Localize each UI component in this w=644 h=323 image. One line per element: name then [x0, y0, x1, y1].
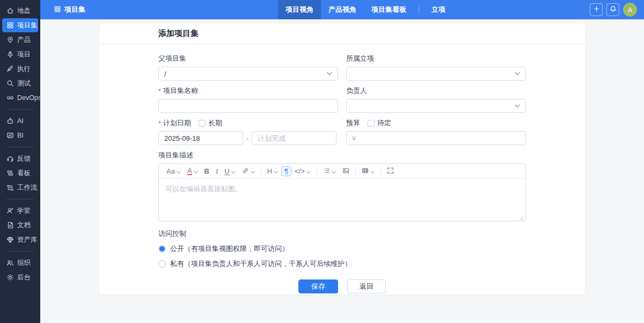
rich-text-editor: Aa A B I U H ¶ </>: [158, 163, 526, 221]
tbd-checkbox[interactable]: [368, 120, 375, 127]
card-body: 父项目集 / 所属立项: [99, 44, 585, 293]
linked-project-select[interactable]: [346, 67, 526, 81]
sidebar-item-label: 地盘: [17, 6, 31, 16]
sidebar-item-label: 产品: [17, 35, 31, 45]
access-private-option[interactable]: 私有（项目集负责人和干系人可访问，干系人可后续维护）: [158, 259, 526, 269]
owner-label: 负责人: [346, 87, 526, 95]
chevron-down-icon: [327, 72, 332, 75]
topbar-actions: A: [590, 0, 637, 19]
avatar[interactable]: A: [623, 3, 637, 17]
access-open-label: 公开（有项目集视图权限，即可访问）: [170, 244, 289, 254]
sidebar-item-bi[interactable]: BI: [2, 128, 38, 142]
table-button[interactable]: [358, 166, 378, 177]
font-size-button[interactable]: Aa: [163, 166, 184, 176]
sidebar-item-label: 项目: [17, 50, 31, 59]
link-icon: [242, 167, 249, 175]
underline-button[interactable]: U: [221, 166, 238, 177]
headset-icon: [6, 155, 14, 163]
sidebar-item-admin[interactable]: 后台: [2, 270, 38, 284]
budget-input[interactable]: [346, 131, 526, 145]
topbar: 项目集 项目视角 产品视角 项目集看板 立项 A: [40, 0, 644, 19]
workflow-icon: [6, 184, 14, 192]
tab-product-view[interactable]: 产品视角: [321, 0, 364, 19]
form-actions: 保存 返回: [158, 279, 526, 293]
people-icon: [6, 259, 14, 267]
topbar-app-switcher[interactable]: 项目集: [54, 5, 85, 15]
sidebar-item-program[interactable]: 项目集: [2, 18, 38, 32]
add-program-card: 添加项目集 父项目集 / 所属立项: [99, 24, 585, 295]
tab-initiation[interactable]: 立项: [424, 0, 453, 19]
sidebar-item-label: 测试: [17, 79, 31, 88]
sidebar-item-execution[interactable]: 执行: [2, 62, 38, 76]
text-color-button[interactable]: A: [184, 166, 201, 177]
sidebar-item-school[interactable]: 学堂: [2, 204, 38, 218]
editor-toolbar: Aa A B I U H ¶ </>: [159, 164, 525, 179]
bold-button[interactable]: B: [201, 166, 213, 176]
sidebar-item-asset[interactable]: 资产库: [2, 233, 38, 247]
sidebar-divider: [6, 199, 34, 199]
sidebar-item-label: 组织: [17, 259, 31, 268]
field-description: 项目集描述 Aa A B I U H ¶ </>: [158, 151, 526, 221]
tbd-checkbox-wrap[interactable]: 待定: [368, 118, 391, 128]
sidebar-item-feedback[interactable]: 反馈: [2, 152, 38, 166]
radio-unchecked-icon[interactable]: [158, 260, 166, 268]
image-button[interactable]: [339, 166, 353, 177]
longterm-checkbox[interactable]: [199, 120, 206, 127]
sidebar-divider: [6, 147, 34, 147]
back-button[interactable]: 返回: [347, 279, 386, 293]
resize-handle[interactable]: [519, 214, 524, 219]
sidebar-item-label: 后台: [17, 273, 31, 282]
sidebar-item-kanban[interactable]: 看板: [2, 166, 38, 180]
sidebar-item-org[interactable]: 组织: [2, 256, 38, 270]
link-button[interactable]: [239, 166, 258, 177]
editor-placeholder: 可以在编辑器直接贴图。: [165, 185, 242, 193]
sidebar-item-devops[interactable]: DevOps: [2, 91, 38, 105]
notifications-button[interactable]: [606, 3, 619, 16]
list-button[interactable]: [320, 166, 339, 177]
sidebar-item-ai[interactable]: AI: [2, 114, 38, 128]
tab-project-view[interactable]: 项目视角: [278, 0, 321, 19]
program-name-input[interactable]: [158, 99, 338, 113]
paragraph-button[interactable]: ¶: [281, 166, 291, 176]
field-owner: 负责人: [346, 87, 526, 113]
radio-checked-icon[interactable]: [158, 245, 166, 253]
budget-label: 预算 待定: [346, 119, 526, 127]
infinity-icon: [6, 94, 14, 102]
sidebar-item-project[interactable]: 项目: [2, 47, 38, 61]
longterm-label: 长期: [208, 118, 222, 128]
list-icon: [323, 167, 330, 175]
create-button[interactable]: [590, 3, 603, 16]
sidebar-item-test[interactable]: 测试: [2, 76, 38, 90]
fullscreen-button[interactable]: [384, 166, 397, 177]
field-program-name: * 项目集名称: [158, 87, 338, 113]
owner-select[interactable]: [346, 99, 526, 113]
heading-button[interactable]: H: [264, 166, 281, 176]
sidebar-item-workflow[interactable]: 工作流: [2, 181, 38, 195]
sidebar-item-label: 执行: [17, 64, 31, 74]
toolbar-divider: [355, 168, 356, 175]
sidebar-item-home[interactable]: 地盘: [2, 4, 38, 18]
access-open-option[interactable]: 公开（有项目集视图权限，即可访问）: [158, 244, 526, 254]
italic-button[interactable]: I: [213, 166, 221, 176]
save-button[interactable]: 保存: [298, 279, 338, 293]
sidebar-item-label: AI: [17, 117, 24, 125]
tab-program-kanban[interactable]: 项目集看板: [364, 0, 414, 19]
topbar-tabs: 项目视角 产品视角 项目集看板 立项: [278, 0, 453, 19]
sidebar-item-doc[interactable]: 文档: [2, 218, 38, 232]
longterm-checkbox-wrap[interactable]: 长期: [199, 118, 222, 128]
bell-icon: [610, 5, 617, 15]
chevron-down-icon: [177, 168, 181, 175]
linked-project-label: 所属立项: [346, 54, 526, 63]
main-content: 添加项目集 父项目集 / 所属立项: [40, 19, 644, 323]
robot-icon: [6, 117, 14, 125]
pin-icon: [6, 36, 14, 44]
graduate-icon: [6, 207, 14, 215]
grid-icon: [6, 21, 14, 30]
plan-end-input[interactable]: [252, 131, 336, 145]
sidebar-item-product[interactable]: 产品: [2, 33, 38, 47]
editor-content[interactable]: 可以在编辑器直接贴图。: [159, 179, 525, 221]
code-button[interactable]: </>: [291, 166, 314, 176]
image-icon: [342, 167, 349, 175]
parent-program-select[interactable]: /: [158, 67, 338, 81]
plan-begin-input[interactable]: [158, 131, 243, 145]
